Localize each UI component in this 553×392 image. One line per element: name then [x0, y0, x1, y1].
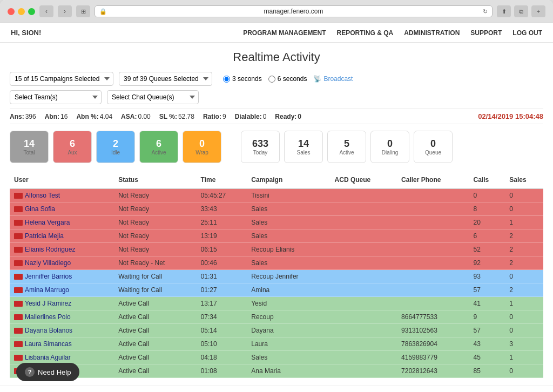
campaigns-filter[interactable]: 15 of 15 Campaigns Selected — [10, 72, 113, 86]
cell-status: Active Call — [114, 337, 196, 351]
stat-asa: ASA: 0.00 — [121, 113, 151, 120]
cell-acd-queue — [331, 324, 397, 337]
user-link[interactable]: Amina Marrugo — [25, 286, 69, 294]
user-link[interactable]: Laura Simancas — [25, 340, 72, 348]
nav-reporting-qa[interactable]: REPORTING & QA — [337, 29, 394, 37]
radio-3s[interactable] — [223, 76, 230, 83]
col-sales: Sales — [505, 172, 543, 188]
flag-icon — [14, 328, 23, 334]
user-link[interactable]: Dayana Bolanos — [25, 327, 72, 334]
cell-calls: 9 — [469, 310, 505, 324]
cell-caller-phone — [397, 283, 469, 297]
refresh-radio-group: 3 seconds 6 seconds 📡 Broadcast — [223, 75, 353, 83]
col-caller-phone: Caller Phone — [397, 172, 469, 188]
share-button[interactable]: ⬆ — [497, 5, 511, 17]
need-help-button[interactable]: ? Need Help — [16, 363, 79, 381]
stat-abn-pct: Abn %: 4.04 — [76, 113, 112, 120]
minimize-button[interactable] — [18, 8, 25, 15]
radio-3s-label[interactable]: 3 seconds — [223, 75, 262, 83]
cell-sales: 0 — [505, 270, 543, 283]
user-link[interactable]: Yesid J Ramirez — [25, 300, 71, 307]
cell-sales: 1 — [505, 216, 543, 229]
forward-button[interactable]: › — [58, 5, 72, 17]
card-active-calls: 5 Active — [327, 131, 366, 163]
cell-campaign: Laura — [247, 337, 330, 351]
cell-user: Amina Marrugo — [10, 283, 114, 297]
cell-time: 01:31 — [197, 270, 247, 283]
nav-support[interactable]: SUPPORT — [470, 29, 502, 37]
cell-caller-phone — [397, 297, 469, 310]
table-row: Patricia MejiaNot Ready13:19Sales62 — [10, 229, 543, 243]
refresh-icon[interactable]: ↻ — [483, 8, 488, 15]
nav-program-management[interactable]: PROGRAM MANAGEMENT — [243, 29, 326, 37]
cell-caller-phone: 7863826904 — [397, 337, 469, 351]
cell-time: 05:45:27 — [197, 188, 247, 202]
user-link[interactable]: Gina Sofia — [25, 205, 55, 213]
user-link[interactable]: Jenniffer Barrios — [25, 273, 72, 280]
user-link[interactable]: Helena Vergara — [25, 219, 70, 226]
filters-row-1: 15 of 15 Campaigns Selected 39 of 39 Que… — [10, 72, 543, 86]
cell-user: Nazly Villadiego — [10, 256, 114, 270]
col-calls: Calls — [469, 172, 505, 188]
cell-user: Helena Vergara — [10, 216, 114, 229]
stat-abn: Abn: 16 — [45, 113, 68, 120]
flag-icon — [14, 206, 23, 212]
cell-caller-phone: 7202812643 — [397, 364, 469, 378]
url-bar[interactable]: 🔒 manager.fenero.com ↻ — [95, 5, 493, 17]
table-row: Ana M TorresActive Call01:08Ana Maria720… — [10, 364, 543, 378]
broadcast-link[interactable]: 📡 Broadcast — [313, 75, 353, 83]
main-area: Realtime Activity 15 of 15 Campaigns Sel… — [0, 43, 553, 386]
cell-acd-queue — [331, 256, 397, 270]
traffic-lights — [8, 8, 35, 15]
cell-caller-phone — [397, 256, 469, 270]
table-row: Gina SofiaNot Ready33:43Sales80 — [10, 202, 543, 216]
cell-acd-queue — [331, 310, 397, 324]
cell-caller-phone — [397, 270, 469, 283]
chat-queue-filter[interactable]: Select Chat Queue(s) — [107, 90, 199, 104]
queues-filter[interactable]: 39 of 39 Queues Selected — [119, 72, 212, 86]
cell-status: Not Ready — [114, 188, 196, 202]
close-button[interactable] — [8, 8, 15, 15]
radio-6s[interactable] — [268, 76, 275, 83]
card-dialing: 0 Dialing — [370, 131, 409, 163]
user-link[interactable]: Nazly Villadiego — [25, 259, 71, 267]
browser-window: ‹ › ⊞ 🔒 manager.fenero.com ↻ ⬆ ⧉ + HI, S… — [0, 0, 553, 392]
stats-datetime: 02/14/2019 15:04:48 — [478, 112, 543, 120]
windows-button[interactable]: ⧉ — [514, 5, 528, 17]
cell-caller-phone: 4159883779 — [397, 351, 469, 364]
user-link[interactable]: Lisbania Aguilar — [25, 354, 71, 361]
cell-acd-queue — [331, 337, 397, 351]
fullscreen-button[interactable] — [28, 8, 35, 15]
stat-ans: Ans: 396 — [10, 113, 36, 120]
back-button[interactable]: ‹ — [39, 5, 53, 17]
add-tab-button[interactable]: + — [531, 5, 545, 17]
cell-time: 05:10 — [197, 337, 247, 351]
cell-caller-phone — [397, 229, 469, 243]
help-icon: ? — [25, 367, 35, 377]
cell-acd-queue — [331, 216, 397, 229]
cell-sales: 2 — [505, 256, 543, 270]
nav-administration[interactable]: ADMINISTRATION — [404, 29, 460, 37]
page-content: HI, SION! PROGRAM MANAGEMENT REPORTING &… — [0, 23, 553, 392]
col-campaign: Campaign — [247, 172, 330, 188]
flag-icon — [14, 260, 23, 266]
cell-caller-phone: 8664777533 — [397, 310, 469, 324]
user-link[interactable]: Mallerlines Polo — [25, 313, 71, 321]
nav-logout[interactable]: LOG OUT — [512, 29, 542, 37]
tab-button[interactable]: ⊞ — [76, 5, 90, 17]
page-footer: Fenero Contact Center Version 2.0.6930.2… — [0, 386, 553, 392]
table-row: Nazly VilladiegoNot Ready - Net00:46Sale… — [10, 256, 543, 270]
cell-sales: 1 — [505, 297, 543, 310]
user-link[interactable]: Alfonso Test — [25, 192, 60, 199]
cell-time: 07:34 — [197, 310, 247, 324]
cell-campaign: Sales — [247, 256, 330, 270]
cell-calls: 85 — [469, 364, 505, 378]
cell-user: Yesid J Ramirez — [10, 297, 114, 310]
cell-campaign: Recoup Jennifer — [247, 270, 330, 283]
team-filter[interactable]: Select Team(s) — [10, 90, 102, 104]
cell-caller-phone — [397, 188, 469, 202]
flag-icon — [14, 355, 23, 361]
user-link[interactable]: Elianis Rodriguez — [25, 246, 75, 253]
user-link[interactable]: Patricia Mejia — [25, 232, 64, 240]
radio-6s-label[interactable]: 6 seconds — [268, 75, 307, 83]
